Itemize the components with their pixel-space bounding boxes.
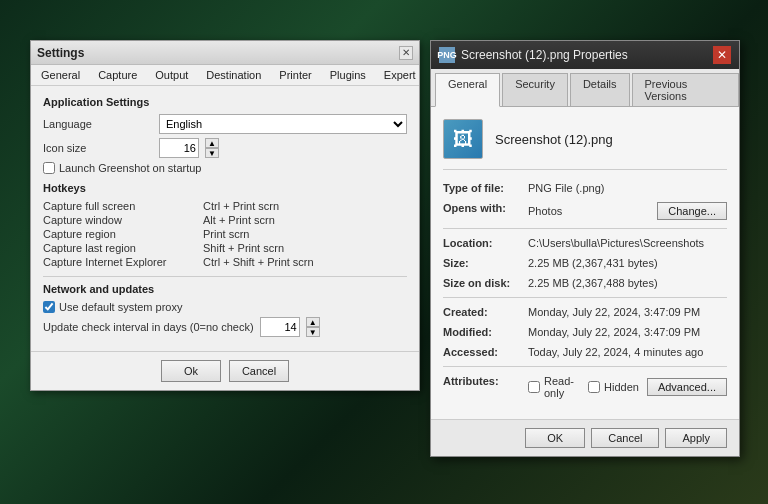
file-name: Screenshot (12).png	[495, 132, 613, 147]
language-label: Language	[43, 118, 153, 130]
network-label: Network and updates	[43, 283, 407, 295]
separator-1	[443, 228, 727, 229]
accessed-value: Today, July 22, 2024, 4 minutes ago	[528, 346, 727, 358]
created-label: Created:	[443, 306, 528, 318]
location-value: C:\Users\bulla\Pictures\Screenshots	[528, 237, 727, 249]
hotkey-value-1: Alt + Print scrn	[203, 214, 275, 226]
settings-close-button[interactable]: ✕	[399, 46, 413, 60]
launch-label: Launch Greenshot on startup	[59, 162, 201, 174]
settings-content: Application Settings Language English Ic…	[31, 86, 419, 351]
settings-cancel-button[interactable]: Cancel	[229, 360, 289, 382]
attributes-row: Attributes: Read-only Hidden Advanced...	[443, 375, 727, 399]
opens-value: Photos	[528, 205, 649, 217]
attributes-group: Read-only Hidden Advanced...	[528, 375, 727, 399]
properties-window: PNG Screenshot (12).png Properties ✕ Gen…	[430, 40, 740, 457]
icon-size-up[interactable]: ▲	[205, 138, 219, 148]
properties-close-button[interactable]: ✕	[713, 46, 731, 64]
readonly-group: Read-only	[528, 375, 580, 399]
accessed-label: Accessed:	[443, 346, 528, 358]
properties-apply-button[interactable]: Apply	[665, 428, 727, 448]
settings-footer: Ok Cancel	[31, 351, 419, 390]
location-row: Location: C:\Users\bulla\Pictures\Screen…	[443, 237, 727, 249]
hotkey-row-3: Capture last region Shift + Print scrn	[43, 242, 407, 254]
hotkey-value-3: Shift + Print scrn	[203, 242, 284, 254]
hotkey-row-0: Capture full screen Ctrl + Print scrn	[43, 200, 407, 212]
created-value: Monday, July 22, 2024, 3:47:09 PM	[528, 306, 727, 318]
settings-window: Settings ✕ General Capture Output Destin…	[30, 40, 420, 391]
opens-row: Opens with: Photos Change...	[443, 202, 727, 220]
menu-item-general[interactable]: General	[35, 67, 86, 83]
update-down[interactable]: ▼	[306, 327, 320, 337]
language-select[interactable]: English	[159, 114, 407, 134]
tab-previous-versions[interactable]: Previous Versions	[632, 73, 739, 106]
hotkey-row-2: Capture region Print scrn	[43, 228, 407, 240]
type-row: Type of file: PNG File (.png)	[443, 182, 727, 194]
update-row: Update check interval in days (0=no chec…	[43, 317, 407, 337]
properties-ok-button[interactable]: OK	[525, 428, 585, 448]
update-label: Update check interval in days (0=no chec…	[43, 321, 254, 333]
attributes-label: Attributes:	[443, 375, 528, 387]
file-icon: 🖼	[443, 119, 483, 159]
separator-3	[443, 366, 727, 367]
size-disk-value: 2.25 MB (2,367,488 bytes)	[528, 277, 727, 289]
modified-row: Modified: Monday, July 22, 2024, 3:47:09…	[443, 326, 727, 338]
hotkey-label-1: Capture window	[43, 214, 203, 226]
modified-label: Modified:	[443, 326, 528, 338]
advanced-button[interactable]: Advanced...	[647, 378, 727, 396]
hotkey-value-4: Ctrl + Shift + Print scrn	[203, 256, 314, 268]
hidden-group: Hidden	[588, 381, 639, 393]
launch-checkbox[interactable]	[43, 162, 55, 174]
proxy-row: Use default system proxy	[43, 301, 407, 313]
file-header: 🖼 Screenshot (12).png	[443, 119, 727, 170]
hotkey-label-0: Capture full screen	[43, 200, 203, 212]
menu-item-destination[interactable]: Destination	[200, 67, 267, 83]
hotkeys-section: Hotkeys Capture full screen Ctrl + Print…	[43, 182, 407, 268]
readonly-checkbox[interactable]	[528, 381, 540, 393]
menu-item-capture[interactable]: Capture	[92, 67, 143, 83]
hotkey-label-3: Capture last region	[43, 242, 203, 254]
icon-size-label: Icon size	[43, 142, 153, 154]
tab-details[interactable]: Details	[570, 73, 630, 106]
size-row: Size: 2.25 MB (2,367,431 bytes)	[443, 257, 727, 269]
hotkey-label-4: Capture Internet Explorer	[43, 256, 203, 268]
size-value: 2.25 MB (2,367,431 bytes)	[528, 257, 727, 269]
properties-titlebar: PNG Screenshot (12).png Properties ✕	[431, 41, 739, 69]
menu-item-output[interactable]: Output	[149, 67, 194, 83]
settings-ok-button[interactable]: Ok	[161, 360, 221, 382]
icon-size-spinner: ▲ ▼	[205, 138, 219, 158]
icon-size-input[interactable]: 16	[159, 138, 199, 158]
modified-value: Monday, July 22, 2024, 3:47:09 PM	[528, 326, 727, 338]
hotkey-value-0: Ctrl + Print scrn	[203, 200, 279, 212]
update-up[interactable]: ▲	[306, 317, 320, 327]
proxy-label: Use default system proxy	[59, 301, 183, 313]
accessed-row: Accessed: Today, July 22, 2024, 4 minute…	[443, 346, 727, 358]
update-input[interactable]	[260, 317, 300, 337]
change-button[interactable]: Change...	[657, 202, 727, 220]
hotkey-value-2: Print scrn	[203, 228, 249, 240]
size-label: Size:	[443, 257, 528, 269]
created-row: Created: Monday, July 22, 2024, 3:47:09 …	[443, 306, 727, 318]
type-value: PNG File (.png)	[528, 182, 727, 194]
tab-security[interactable]: Security	[502, 73, 568, 106]
proxy-checkbox[interactable]	[43, 301, 55, 313]
menu-item-plugins[interactable]: Plugins	[324, 67, 372, 83]
icon-size-row: Icon size 16 ▲ ▼	[43, 138, 407, 158]
properties-cancel-button[interactable]: Cancel	[591, 428, 659, 448]
separator-2	[443, 297, 727, 298]
properties-tabs: General Security Details Previous Versio…	[431, 69, 739, 107]
network-section: Network and updates Use default system p…	[43, 276, 407, 337]
type-label: Type of file:	[443, 182, 528, 194]
size-disk-label: Size on disk:	[443, 277, 528, 289]
icon-size-down[interactable]: ▼	[205, 148, 219, 158]
menu-item-printer[interactable]: Printer	[273, 67, 317, 83]
hidden-checkbox[interactable]	[588, 381, 600, 393]
tab-general[interactable]: General	[435, 73, 500, 107]
properties-content: 🖼 Screenshot (12).png Type of file: PNG …	[431, 107, 739, 419]
location-label: Location:	[443, 237, 528, 249]
opens-label: Opens with:	[443, 202, 528, 214]
properties-title: Screenshot (12).png Properties	[461, 48, 628, 62]
menu-item-expert[interactable]: Expert	[378, 67, 422, 83]
properties-footer: OK Cancel Apply	[431, 419, 739, 456]
hotkeys-label: Hotkeys	[43, 182, 407, 194]
hotkey-label-2: Capture region	[43, 228, 203, 240]
